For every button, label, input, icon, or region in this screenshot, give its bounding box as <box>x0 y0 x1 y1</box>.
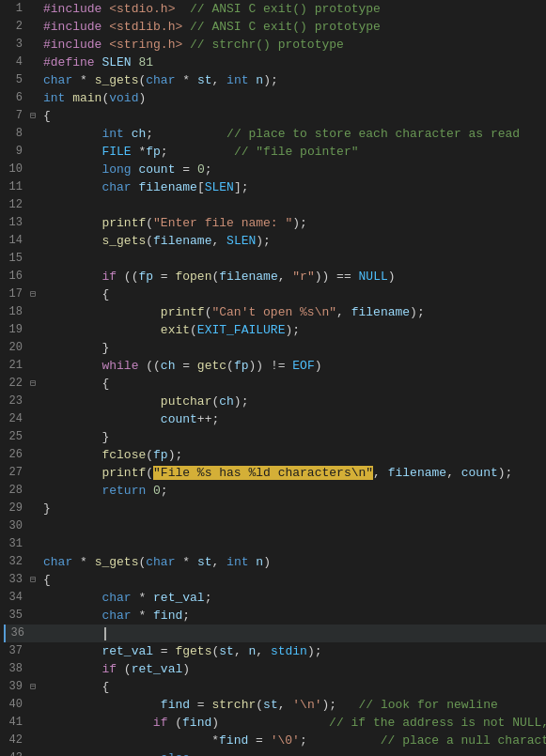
token-fn: printf <box>161 305 205 319</box>
line-number: 25 <box>4 428 30 446</box>
line-number: 13 <box>4 214 30 232</box>
line: 22⊟ { <box>4 375 546 393</box>
token-punct: ( <box>226 359 234 373</box>
token-op: ; <box>146 127 153 141</box>
fold-spacer <box>30 0 43 18</box>
token-var: count <box>138 162 175 177</box>
code-line: *find = '\0'; // place a null character … <box>36 732 546 749</box>
line-number: 8 <box>4 125 30 143</box>
token-fn: fclose <box>101 448 146 462</box>
line: 37 ret_val = fgets(st, n, stdin); <box>4 642 546 660</box>
token-op: , <box>278 270 293 284</box>
token-kw2: if <box>153 716 168 730</box>
token-kw: else <box>161 751 190 756</box>
token-inc-file: <string.h> <box>109 38 182 52</box>
fold-spacer <box>30 71 43 89</box>
token-var: find <box>182 716 211 730</box>
token-op: ++; <box>197 412 219 426</box>
token-fn: exit <box>161 323 190 337</box>
line: 42 *find = '\0'; // place a null charact… <box>4 732 546 749</box>
token-cmt: // place a null character there <box>307 733 546 748</box>
token-inc-file: <stdio.h> <box>109 2 175 16</box>
token-var: ch <box>219 394 234 409</box>
token-macro: SLEN <box>226 234 256 248</box>
token-op: ; <box>205 591 212 605</box>
line-number: 32 <box>4 553 30 571</box>
token-cmt: // if the address is not NULL, <box>219 716 546 730</box>
fold-spacer <box>30 660 43 678</box>
fold-spacer <box>30 607 43 625</box>
line-number: 19 <box>4 321 30 339</box>
token-var: count <box>161 412 197 426</box>
token-punct: ) <box>138 91 146 105</box>
code-line: #include <stdio.h> // ANSI C exit() prot… <box>43 0 381 18</box>
token-op <box>124 127 132 141</box>
token-cmt: // ANSI C exit() prototype <box>182 20 381 34</box>
token-kw: char <box>101 180 131 194</box>
line: 23 putchar(ch); <box>4 393 546 410</box>
line-number: 14 <box>4 232 30 250</box>
token-var: ret_val <box>101 644 153 658</box>
line-number: 24 <box>4 410 30 428</box>
token-str: "r" <box>292 270 314 284</box>
token-fn: getc <box>197 359 226 373</box>
line-number: 33 <box>4 571 30 589</box>
fold-spacer <box>30 214 43 232</box>
token-op: )) == <box>315 270 359 284</box>
token-op: , <box>256 644 271 658</box>
token-num: 0 <box>197 162 205 177</box>
code-line: char * find; <box>43 607 190 625</box>
token-punct: ); <box>285 323 300 337</box>
fold-open-icon[interactable]: ⊟ <box>30 571 43 589</box>
code-line: } <box>43 500 51 517</box>
token-macro: EXIT_FAILURE <box>197 323 286 337</box>
line: 8 int ch; // place to store each charact… <box>4 125 546 143</box>
line: 28 return 0; <box>4 482 546 500</box>
token-punct: ( <box>146 466 153 480</box>
line-number: 21 <box>4 357 30 375</box>
line-number: 27 <box>4 464 30 482</box>
token-punct: ); <box>263 73 278 87</box>
token-op: , <box>211 73 226 87</box>
fold-open-icon[interactable]: ⊟ <box>30 375 43 393</box>
token-op: ; <box>300 733 307 748</box>
line-number: 38 <box>4 660 30 678</box>
fold-spacer <box>30 589 43 607</box>
code-line: { <box>43 678 109 696</box>
code-line: ret_val = fgets(st, n, stdin); <box>43 642 322 660</box>
code-line: find = strchr(st, '\n'); // look for new… <box>43 696 498 714</box>
token-punct: ( <box>146 448 153 462</box>
fold-open-icon[interactable]: ⊟ <box>30 285 43 303</box>
token-punct: ( <box>256 698 263 712</box>
line: 43 else <box>4 749 546 756</box>
code-line: if (ret_val) <box>43 660 190 678</box>
fold-spacer <box>30 482 43 500</box>
token-op: ]; <box>234 180 249 194</box>
token-var: SLEN <box>101 55 131 69</box>
token-inc: #define <box>43 55 95 69</box>
fold-spacer <box>30 642 43 660</box>
token-op: , <box>211 234 226 248</box>
token-op: ) <box>263 555 271 569</box>
fold-spacer <box>30 464 43 482</box>
line: 3 #include <string.h> // strchr() protot… <box>4 36 546 54</box>
fold-open-icon[interactable]: ⊟ <box>30 107 43 125</box>
fold-spacer <box>30 339 43 357</box>
line-number: 10 <box>4 161 30 178</box>
token-var: ch <box>132 127 147 141</box>
code-line: char * s_gets(char * st, int n) <box>43 553 271 571</box>
line: 33⊟{ <box>4 571 546 589</box>
code-line: FILE *fp; // "file pointer" <box>43 143 359 161</box>
code-line: exit(EXIT_FAILURE); <box>43 321 300 339</box>
token-var: fp <box>234 359 249 373</box>
token-macro: stdin <box>271 644 307 658</box>
fold-spacer <box>30 54 43 71</box>
line-number: 5 <box>4 71 30 89</box>
line-number: 26 <box>4 446 30 464</box>
fold-spacer <box>30 125 43 143</box>
fold-open-icon[interactable]: ⊟ <box>30 678 43 696</box>
token-punct: ); <box>234 394 249 409</box>
fold-spacer <box>30 446 43 464</box>
line: 27 printf("File %s has %ld characters\n"… <box>4 464 546 482</box>
token-var: filename <box>388 466 446 480</box>
